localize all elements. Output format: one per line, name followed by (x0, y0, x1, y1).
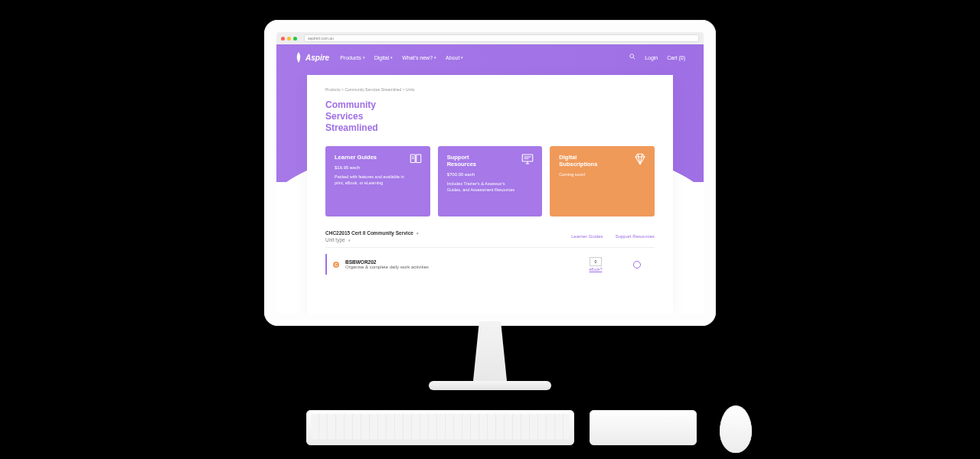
diamond-icon (633, 152, 647, 169)
course-select[interactable]: CHC22015 Cert II Community Service ▾ (325, 230, 419, 236)
quantity-input[interactable]: 0 (590, 257, 602, 266)
card-body: Coming soon! (559, 172, 632, 178)
content-card: Products > Community Services Streamline… (307, 75, 673, 314)
chevron-down-icon: ▾ (416, 231, 419, 236)
nav-products[interactable]: Products▾ (340, 55, 365, 60)
breadcrumb[interactable]: Products > Community Services Streamline… (325, 87, 655, 92)
svg-rect-6 (523, 155, 534, 161)
svg-rect-3 (416, 155, 420, 163)
card-body: Packed with features and available in pr… (335, 174, 407, 186)
keyboard (306, 410, 574, 445)
window-zoom-icon[interactable] (293, 37, 297, 41)
card-support-resources[interactable]: Support Resources $700.00 each Includes … (438, 146, 543, 216)
nav-digital[interactable]: Digital▾ (374, 55, 393, 60)
top-nav: Aspire Products▾ Digital▾ What's new?▾ A… (276, 44, 704, 70)
brand-text: Aspire (305, 54, 329, 62)
card-title: Digital Subscriptions (559, 154, 605, 168)
card-learner-guides[interactable]: Learner Guides $16.95 each Packed with f… (325, 146, 430, 216)
screen: aspirelr.com.au Aspire Products▾ Digital… (276, 32, 704, 314)
book-icon (409, 152, 423, 169)
card-title: Support Resources (447, 154, 493, 168)
feather-icon (295, 52, 302, 63)
chevron-down-icon: ▾ (461, 55, 463, 60)
learner-guides-cell: 0 eBook? (578, 257, 613, 272)
ebook-link[interactable]: eBook? (578, 267, 613, 272)
brand-logo[interactable]: Aspire (295, 52, 329, 63)
monitor-icon (521, 152, 534, 169)
monitor-stand (444, 321, 536, 390)
unit-code: BSBWOR202 (345, 259, 572, 265)
chevron-down-icon: ▾ (363, 55, 365, 60)
search-icon[interactable] (629, 54, 635, 61)
unit-type-badge: C (333, 262, 339, 268)
window-close-icon[interactable] (281, 37, 285, 41)
product-cards: Learner Guides $16.95 each Packed with f… (325, 146, 655, 216)
tab-learner-guides[interactable]: Learner Guides (571, 234, 603, 239)
mouse (720, 405, 752, 453)
page-title: Community Services Streamlined (325, 99, 655, 134)
card-price: $700.00 each (447, 172, 534, 177)
unit-info[interactable]: BSBWOR202 Organise & complete daily work… (345, 259, 572, 269)
nav-about[interactable]: About▾ (446, 55, 463, 60)
column-tabs: Learner Guides Support Resources (571, 234, 655, 239)
unit-type-select[interactable]: Unit type ▾ (325, 237, 419, 243)
card-digital-subscriptions[interactable]: Digital Subscriptions Coming soon! (550, 146, 655, 216)
card-body: Includes Trainer's & Assessor's Guides, … (447, 181, 520, 193)
support-resources-cell (619, 261, 655, 269)
chevron-down-icon: ▾ (434, 55, 436, 60)
svg-line-1 (633, 57, 635, 59)
chevron-down-icon: ▾ (348, 238, 351, 243)
nav-links: Products▾ Digital▾ What's new?▾ About▾ (340, 55, 463, 60)
address-bar[interactable]: aspirelr.com.au (304, 34, 699, 42)
nav-whats-new[interactable]: What's new?▾ (402, 55, 436, 60)
login-link[interactable]: Login (645, 55, 658, 60)
browser-chrome: aspirelr.com.au (276, 32, 704, 44)
card-title: Learner Guides (335, 154, 381, 161)
trackpad (590, 410, 697, 445)
tab-support-resources[interactable]: Support Resources (616, 234, 655, 239)
svg-point-0 (630, 54, 634, 58)
select-radio[interactable] (633, 261, 641, 269)
unit-desc: Organise & complete daily work activitie… (345, 265, 572, 269)
monitor-frame: aspirelr.com.au Aspire Products▾ Digital… (264, 20, 716, 326)
filter-bar: CHC22015 Cert II Community Service ▾ Uni… (325, 230, 655, 248)
cart-link[interactable]: Cart (0) (667, 55, 685, 60)
window-minimize-icon[interactable] (287, 37, 291, 41)
chevron-down-icon: ▾ (390, 55, 393, 60)
unit-row: C BSBWOR202 Organise & complete daily wo… (325, 254, 655, 275)
